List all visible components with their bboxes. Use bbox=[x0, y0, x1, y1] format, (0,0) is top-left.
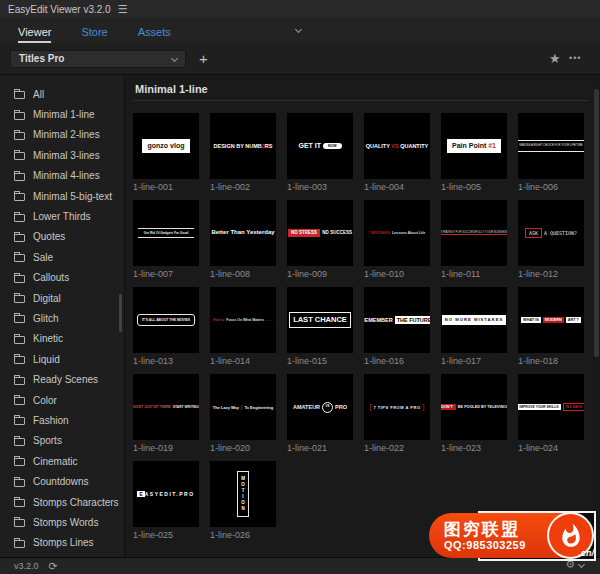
refresh-icon[interactable]: ⟳ bbox=[49, 560, 58, 573]
template-thumbnail[interactable]: MOTION bbox=[210, 461, 276, 527]
thumbnail-text: WHAT IS bbox=[521, 317, 541, 324]
grid-item-1-line-006[interactable]: MAKING A RIGHT CHOICE FOR YOUR LIFETIME1… bbox=[518, 113, 584, 192]
hamburger-menu-icon[interactable]: ☰ bbox=[118, 3, 128, 16]
grid-item-1-line-012[interactable]: ASKA QUESTION?1-line-012 bbox=[518, 200, 584, 279]
template-thumbnail[interactable]: EASYEDIT.PRO bbox=[133, 461, 199, 527]
template-thumbnail[interactable]: IT'S ALL ABOUT THE MOVIES bbox=[133, 287, 199, 353]
grid-item-1-line-003[interactable]: GET ITNOW1-line-003 bbox=[287, 113, 353, 192]
template-thumbnail[interactable]: 7 MISTAKESLessons About Life bbox=[364, 200, 430, 266]
grid-item-1-line-018[interactable]: WHAT ISMODERNART ?1-line-018 bbox=[518, 287, 584, 366]
sidebar-item-minimal-5-big-text[interactable]: Minimal 5-big-text bbox=[0, 186, 124, 206]
sidebar-item-digital[interactable]: Digital bbox=[0, 288, 124, 308]
sidebar-item-minimal-1-line[interactable]: Minimal 1-line bbox=[0, 104, 124, 124]
template-thumbnail[interactable]: MAKING A RIGHT CHOICE FOR YOUR LIFETIME bbox=[518, 113, 584, 179]
grid-item-1-line-011[interactable]: STRATEGY FOR SUCCESSFULLY YOUR BUSINESS1… bbox=[441, 200, 507, 279]
sidebar-item-lower-thirds[interactable]: Lower Thirds bbox=[0, 206, 124, 226]
thumbnail-text: A QUESTION? bbox=[544, 230, 577, 236]
grid-item-1-line-021[interactable]: AMATEURVSPRO1-line-021 bbox=[287, 374, 353, 453]
thumbnail-text: To Engineering bbox=[244, 405, 273, 410]
template-thumbnail[interactable]: LAST CHANCE bbox=[287, 287, 353, 353]
grid-item-1-line-026[interactable]: MOTION1-line-026 bbox=[210, 461, 276, 540]
grid-item-1-line-009[interactable]: NO STRESSNO SUCCESS1-line-009 bbox=[287, 200, 353, 279]
main-scrollbar-track[interactable] bbox=[593, 76, 600, 557]
template-thumbnail[interactable]: AMATEURVSPRO bbox=[287, 374, 353, 440]
sidebar-item-label: Countdowns bbox=[33, 476, 89, 487]
grid-item-1-line-023[interactable]: DON'TBE FOOLED BY TELEVISION1-line-023 bbox=[441, 374, 507, 453]
grid-item-1-line-005[interactable]: Pain Point #11-line-005 bbox=[441, 113, 507, 192]
grid-item-1-line-024[interactable]: IMPROVE YOUR SKILLSIN 5 DAYS1-line-024 bbox=[518, 374, 584, 453]
template-thumbnail[interactable]: IMPROVE YOUR SKILLSIN 5 DAYS bbox=[518, 374, 584, 440]
grid-item-1-line-001[interactable]: gonzo vlog1-line-001 bbox=[133, 113, 199, 192]
sidebar-item-stomps-words[interactable]: Stomps Words bbox=[0, 512, 124, 532]
favorites-star-icon[interactable]: ★ bbox=[549, 51, 561, 66]
sidebar-item-liquid[interactable]: Liquid bbox=[0, 349, 124, 369]
tab-store[interactable]: Store bbox=[81, 26, 107, 43]
template-thumbnail[interactable]: Pain Point #1 bbox=[441, 113, 507, 179]
sidebar-item-minimal-2-lines[interactable]: Minimal 2-lines bbox=[0, 125, 124, 145]
grid-item-1-line-013[interactable]: IT'S ALL ABOUT THE MOVIES1-line-013 bbox=[133, 287, 199, 366]
tab-assets[interactable]: Assets bbox=[138, 26, 171, 43]
template-thumbnail[interactable]: Better Than Yesterday bbox=[210, 200, 276, 266]
thumbnail-label: 1-line-018 bbox=[518, 356, 584, 366]
template-thumbnail[interactable]: NO STRESSNO SUCCESS bbox=[287, 200, 353, 266]
template-thumbnail[interactable]: [7 TIPS FROM A PRO] bbox=[364, 374, 430, 440]
grid-item-1-line-017[interactable]: NO MORE MISTAKES1-line-017 bbox=[441, 287, 507, 366]
sidebar-item-color[interactable]: Color bbox=[0, 390, 124, 410]
sidebar-item-label: Lower Thirds bbox=[33, 211, 91, 222]
add-preset-button[interactable]: + bbox=[199, 51, 208, 66]
template-thumbnail[interactable]: DON'TBE FOOLED BY TELEVISION bbox=[441, 374, 507, 440]
tabs-overflow-chevron-icon[interactable] bbox=[295, 26, 302, 33]
tab-viewer[interactable]: Viewer bbox=[18, 26, 51, 43]
grid-item-1-line-025[interactable]: EASYEDIT.PRO1-line-025 bbox=[133, 461, 199, 540]
sidebar-item-sale[interactable]: Sale bbox=[0, 247, 124, 267]
sidebar-item-callouts[interactable]: Callouts bbox=[0, 268, 124, 288]
grid-item-1-line-014[interactable]: How toFocus On What Matters——1-line-014 bbox=[210, 287, 276, 366]
preset-dropdown[interactable]: Titles Pro bbox=[10, 50, 186, 68]
sidebar-item-fashion[interactable]: Fashion bbox=[0, 410, 124, 430]
sidebar-item-countdowns[interactable]: Countdowns bbox=[0, 471, 124, 491]
template-thumbnail[interactable]: GET ITNOW bbox=[287, 113, 353, 179]
folder-icon bbox=[14, 356, 25, 364]
grid-item-1-line-020[interactable]: The Lazy Way|To Engineering1-line-020 bbox=[210, 374, 276, 453]
grid-item-1-line-022[interactable]: [7 TIPS FROM A PRO]1-line-022 bbox=[364, 374, 430, 453]
template-thumbnail[interactable]: How toFocus On What Matters—— bbox=[210, 287, 276, 353]
grid-item-1-line-007[interactable]: Get Rid Of Gadgets For Good1-line-007 bbox=[133, 200, 199, 279]
template-thumbnail[interactable]: REMEMBERTHE FUTURE bbox=[364, 287, 430, 353]
sidebar-item-minimal-4-lines[interactable]: Minimal 4-lines bbox=[0, 166, 124, 186]
sidebar-item-sports[interactable]: Sports bbox=[0, 431, 124, 451]
sidebar-item-stomps-characters[interactable]: Stomps Characters bbox=[0, 492, 124, 512]
template-thumbnail[interactable]: STRATEGY FOR SUCCESSFULLY YOUR BUSINESS bbox=[441, 200, 507, 266]
sidebar-item-label: Minimal 2-lines bbox=[33, 129, 100, 140]
sidebar-item-minimal-3-lines[interactable]: Minimal 3-lines bbox=[0, 145, 124, 165]
thumbnail-text: Get Rid Of Gadgets For Good bbox=[138, 228, 195, 238]
template-thumbnail[interactable]: QUALITY VS QUANTITY bbox=[364, 113, 430, 179]
more-options-button[interactable]: ••• bbox=[569, 53, 581, 63]
template-thumbnail[interactable]: WHAT ISMODERNART ? bbox=[518, 287, 584, 353]
template-thumbnail[interactable]: gonzo vlog bbox=[133, 113, 199, 179]
sidebar-item-kinetic[interactable]: Kinetic bbox=[0, 329, 124, 349]
grid-item-1-line-015[interactable]: LAST CHANCE1-line-015 bbox=[287, 287, 353, 366]
thumbnail-label: 1-line-008 bbox=[210, 269, 276, 279]
template-thumbnail[interactable]: NO MORE MISTAKES bbox=[441, 287, 507, 353]
sidebar-item-quotes[interactable]: Quotes bbox=[0, 227, 124, 247]
sidebar-item-cinematic[interactable]: Cinematic bbox=[0, 451, 124, 471]
template-thumbnail[interactable]: Get Rid Of Gadgets For Good bbox=[133, 200, 199, 266]
grid-item-1-line-008[interactable]: Better Than Yesterday1-line-008 bbox=[210, 200, 276, 279]
grid-item-1-line-004[interactable]: QUALITY VS QUANTITY1-line-004 bbox=[364, 113, 430, 192]
template-thumbnail[interactable]: DESIGN BY NUMB3RS bbox=[210, 113, 276, 179]
grid-item-1-line-019[interactable]: DON'T JUST SIT THERESTART WRITING1-line-… bbox=[133, 374, 199, 453]
grid-item-1-line-002[interactable]: DESIGN BY NUMB3RS1-line-002 bbox=[210, 113, 276, 192]
sidebar-item-stomps-lines[interactable]: Stomps Lines bbox=[0, 533, 124, 553]
template-thumbnail[interactable]: The Lazy Way|To Engineering bbox=[210, 374, 276, 440]
main-scrollbar-thumb[interactable] bbox=[594, 89, 599, 357]
grid-item-1-line-016[interactable]: REMEMBERTHE FUTURE1-line-016 bbox=[364, 287, 430, 366]
template-thumbnail[interactable]: DON'T JUST SIT THERESTART WRITING bbox=[133, 374, 199, 440]
sidebar-item-glitch[interactable]: Glitch bbox=[0, 308, 124, 328]
sidebar-item-all[interactable]: All bbox=[0, 84, 124, 104]
grid-item-1-line-010[interactable]: 7 MISTAKESLessons About Life1-line-010 bbox=[364, 200, 430, 279]
sidebar-scrollbar[interactable] bbox=[119, 294, 122, 332]
preset-dropdown-value: Titles Pro bbox=[19, 53, 64, 64]
template-thumbnail[interactable]: ASKA QUESTION? bbox=[518, 200, 584, 266]
thumbnail-label: 1-line-026 bbox=[210, 530, 276, 540]
sidebar-item-ready-scenes[interactable]: Ready Scenes bbox=[0, 369, 124, 389]
